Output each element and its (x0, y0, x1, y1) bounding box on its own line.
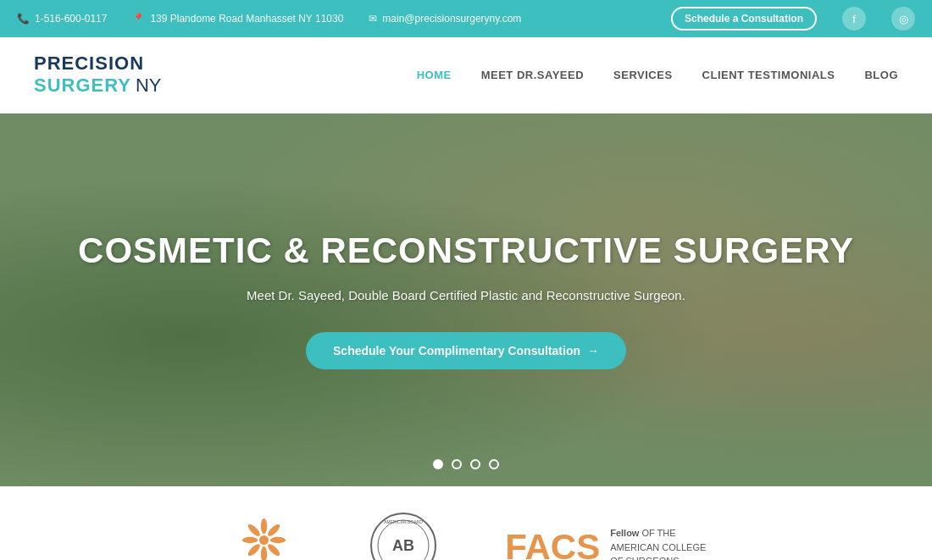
svg-point-7 (247, 523, 262, 538)
svg-point-2 (270, 537, 286, 543)
svg-point-0 (261, 518, 267, 534)
american-board-logo: American Board of (226, 517, 302, 560)
slide-dot-1[interactable] (433, 459, 443, 469)
instagram-icon[interactable]: ◎ (891, 7, 915, 30)
facs-logo: FACS Fellow OF THEAMERICAN COLLEGEOF SUR… (505, 526, 706, 560)
logo-surgery: SURGERY (34, 75, 131, 97)
svg-text:AMERICAN BOARD: AMERICAN BOARD (384, 519, 423, 524)
abs-circular-badge: AB AMERICAN BOARD OF SURGERY (369, 512, 437, 560)
svg-point-8 (259, 535, 269, 545)
slider-dots (433, 459, 499, 469)
slide-dot-2[interactable] (452, 459, 462, 469)
nav-meet-dr[interactable]: MEET DR.SAYEED (481, 69, 584, 81)
nav-services[interactable]: SERVICES (613, 69, 673, 81)
logo-ny: NY (136, 75, 162, 97)
facs-text: FACS (505, 530, 600, 560)
nav-home[interactable]: HOME (417, 69, 452, 81)
email-text: main@precisionsurgeryny.com (382, 13, 521, 25)
phone-item: 📞 1-516-600-0117 (17, 13, 107, 25)
phone-icon: 📞 (17, 13, 30, 25)
phone-number: 1-516-600-0117 (35, 13, 107, 25)
logos-section: American Board of AB AMERICAN BOARD OF S… (0, 486, 932, 560)
svg-point-5 (247, 542, 262, 557)
hero-content: COSMETIC & RECONSTRUCTIVE SURGERY Meet D… (10, 230, 922, 369)
svg-text:AB: AB (392, 537, 414, 554)
schedule-consultation-button[interactable]: Schedule a Consultation (671, 7, 817, 30)
location-icon: 📍 (132, 13, 145, 25)
svg-point-4 (261, 546, 267, 560)
logo: PRECISION SURGERY NY (34, 53, 162, 97)
slide-dot-4[interactable] (489, 459, 499, 469)
svg-point-1 (266, 523, 281, 538)
svg-point-6 (242, 537, 258, 543)
email-icon: ✉ (369, 13, 377, 25)
hero-section: COSMETIC & RECONSTRUCTIVE SURGERY Meet D… (0, 114, 932, 486)
nav-testimonials[interactable]: CLIENT TESTIMONIALS (702, 69, 835, 81)
navbar: PRECISION SURGERY NY HOME MEET DR.SAYEED… (0, 37, 932, 114)
facs-subtitle-bold: Fellow (610, 528, 639, 538)
logo-precision: PRECISION (34, 53, 144, 75)
nav-links: HOME MEET DR.SAYEED SERVICES CLIENT TEST… (417, 69, 898, 81)
facs-subtitle: Fellow OF THEAMERICAN COLLEGEOF SURGEONS (610, 526, 706, 560)
abs-logo: AB AMERICAN BOARD OF SURGERY (369, 512, 437, 560)
cta-button[interactable]: Schedule Your Complimentary Consultation (306, 332, 626, 369)
star-icon (241, 517, 287, 560)
hero-subtitle: Meet Dr. Sayeed, Double Board Certified … (78, 288, 854, 302)
email-item: ✉ main@precisionsurgeryny.com (369, 13, 521, 25)
svg-point-3 (266, 542, 281, 557)
nav-blog[interactable]: BLOG (864, 69, 898, 81)
address-item: 📍 139 Plandome Road Manhasset NY 11030 (132, 13, 343, 25)
slide-dot-3[interactable] (470, 459, 480, 469)
hero-title: COSMETIC & RECONSTRUCTIVE SURGERY (78, 230, 854, 271)
top-bar: 📞 1-516-600-0117 📍 139 Plandome Road Man… (0, 0, 932, 37)
facebook-icon[interactable]: f (842, 7, 866, 30)
address-text: 139 Plandome Road Manhasset NY 11030 (150, 13, 343, 25)
